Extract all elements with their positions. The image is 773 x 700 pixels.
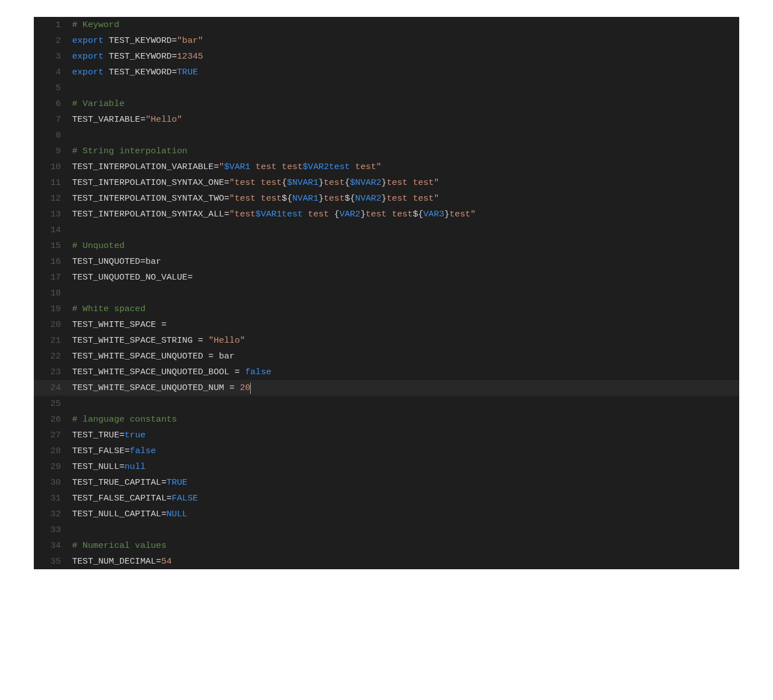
token-string: test" xyxy=(450,209,476,219)
line-number: 13 xyxy=(34,206,72,222)
code-content[interactable]: TEST_UNQUOTED_NO_VALUE= xyxy=(72,269,739,285)
code-line[interactable]: 34# Numerical values xyxy=(34,538,739,553)
code-line[interactable]: 33 xyxy=(34,522,739,538)
code-line[interactable]: 2export TEST_KEYWORD="bar" xyxy=(34,33,739,48)
code-line[interactable]: 1# Keyword xyxy=(34,17,739,33)
code-content[interactable]: TEST_NULL=null xyxy=(72,459,739,475)
code-editor[interactable]: 1# Keyword2export TEST_KEYWORD="bar"3exp… xyxy=(34,17,739,569)
code-line[interactable]: 17TEST_UNQUOTED_NO_VALUE= xyxy=(34,269,739,285)
line-number: 3 xyxy=(34,48,72,64)
code-line[interactable]: 7TEST_VARIABLE="Hello" xyxy=(34,112,739,127)
code-content[interactable]: TEST_INTERPOLATION_SYNTAX_ONE="test test… xyxy=(72,175,739,190)
code-line[interactable]: 3export TEST_KEYWORD=12345 xyxy=(34,48,739,64)
code-line[interactable]: 12TEST_INTERPOLATION_SYNTAX_TWO="test te… xyxy=(34,190,739,206)
code-line[interactable]: 23TEST_WHITE_SPACE_UNQUOTED_BOOL = false xyxy=(34,364,739,380)
code-content[interactable]: TEST_INTERPOLATION_SYNTAX_TWO="test test… xyxy=(72,190,739,206)
code-content[interactable]: TEST_TRUE_CAPITAL=TRUE xyxy=(72,475,739,490)
token-comment: # Variable xyxy=(72,99,125,109)
code-line[interactable]: 8 xyxy=(34,127,739,143)
code-content[interactable]: # language constants xyxy=(72,411,739,427)
code-line[interactable]: 21TEST_WHITE_SPACE_STRING = "Hello" xyxy=(34,333,739,348)
code-line[interactable]: 31TEST_FALSE_CAPITAL=FALSE xyxy=(34,490,739,506)
code-content[interactable]: TEST_NUM_DECIMAL=54 xyxy=(72,553,739,569)
code-content[interactable]: export TEST_KEYWORD=12345 xyxy=(72,48,739,64)
token-comment: # Unquoted xyxy=(72,241,125,251)
line-number: 9 xyxy=(34,143,72,159)
code-content[interactable] xyxy=(72,285,739,301)
token-plain: TEST_INTERPOLATION_SYNTAX_TWO xyxy=(72,193,224,203)
token-number: 20 xyxy=(240,383,251,393)
code-content[interactable] xyxy=(72,127,739,143)
code-content[interactable]: export TEST_KEYWORD="bar" xyxy=(72,33,739,48)
code-line[interactable]: 6# Variable xyxy=(34,96,739,112)
code-content[interactable]: TEST_WHITE_SPACE_STRING = "Hello" xyxy=(72,333,739,348)
code-line[interactable]: 35TEST_NUM_DECIMAL=54 xyxy=(34,553,739,569)
token-string: test xyxy=(324,193,345,203)
code-line[interactable]: 29TEST_NULL=null xyxy=(34,459,739,475)
code-line[interactable]: 13TEST_INTERPOLATION_SYNTAX_ALL="test$VA… xyxy=(34,206,739,222)
code-content[interactable]: TEST_UNQUOTED=bar xyxy=(72,254,739,269)
token-plain: TEST_WHITE_SPACE_UNQUOTED_NUM xyxy=(72,383,229,393)
token-plain: ${ xyxy=(345,193,356,203)
code-content[interactable] xyxy=(72,396,739,411)
token-equals: = xyxy=(208,351,214,361)
code-line[interactable]: 4export TEST_KEYWORD=TRUE xyxy=(34,64,739,80)
token-plain: } xyxy=(318,193,323,203)
line-number: 33 xyxy=(34,522,72,538)
token-string: test xyxy=(324,178,345,188)
code-content[interactable]: TEST_INTERPOLATION_VARIABLE="$VAR1 test … xyxy=(72,159,739,175)
code-line[interactable]: 18 xyxy=(34,285,739,301)
code-content[interactable]: # Unquoted xyxy=(72,238,739,254)
code-content[interactable]: TEST_FALSE_CAPITAL=FALSE xyxy=(72,490,739,506)
code-line[interactable]: 14 xyxy=(34,222,739,238)
code-line[interactable]: 32TEST_NULL_CAPITAL=NULL xyxy=(34,506,739,522)
code-line[interactable]: 24TEST_WHITE_SPACE_UNQUOTED_NUM = 20 xyxy=(34,380,739,396)
code-line[interactable]: 20TEST_WHITE_SPACE = xyxy=(34,317,739,333)
code-line[interactable]: 26# language constants xyxy=(34,411,739,427)
token-plain: } xyxy=(445,209,450,219)
code-line[interactable]: 9# String interpolation xyxy=(34,143,739,159)
token-equals: = xyxy=(119,430,125,440)
code-content[interactable]: TEST_WHITE_SPACE = xyxy=(72,317,739,333)
code-content[interactable]: # String interpolation xyxy=(72,143,739,159)
code-line[interactable]: 10TEST_INTERPOLATION_VARIABLE="$VAR1 tes… xyxy=(34,159,739,175)
code-content[interactable] xyxy=(72,522,739,538)
code-content[interactable]: # White spaced xyxy=(72,301,739,317)
token-plain: } xyxy=(361,209,366,219)
code-line[interactable]: 30TEST_TRUE_CAPITAL=TRUE xyxy=(34,475,739,490)
code-line[interactable]: 19# White spaced xyxy=(34,301,739,317)
code-line[interactable]: 15# Unquoted xyxy=(34,238,739,254)
code-content[interactable]: TEST_FALSE=false xyxy=(72,443,739,459)
line-number: 7 xyxy=(34,112,72,127)
code-content[interactable]: TEST_WHITE_SPACE_UNQUOTED_NUM = 20 xyxy=(72,380,739,396)
token-equals: = xyxy=(188,272,193,282)
code-content[interactable]: export TEST_KEYWORD=TRUE xyxy=(72,64,739,80)
code-content[interactable]: # Numerical values xyxy=(72,538,739,553)
code-line[interactable]: 28TEST_FALSE=false xyxy=(34,443,739,459)
code-content[interactable]: TEST_WHITE_SPACE_UNQUOTED_BOOL = false xyxy=(72,364,739,380)
token-bool: false xyxy=(130,446,156,456)
line-number: 5 xyxy=(34,80,72,96)
code-content[interactable]: # Variable xyxy=(72,96,739,112)
code-line[interactable]: 25 xyxy=(34,396,739,411)
code-line[interactable]: 16TEST_UNQUOTED=bar xyxy=(34,254,739,269)
token-equals: = xyxy=(198,335,203,345)
code-content[interactable]: TEST_VARIABLE="Hello" xyxy=(72,112,739,127)
code-content[interactable]: # Keyword xyxy=(72,17,739,33)
code-content[interactable] xyxy=(72,80,739,96)
code-line[interactable]: 11TEST_INTERPOLATION_SYNTAX_ONE="test te… xyxy=(34,175,739,190)
code-content[interactable]: TEST_NULL_CAPITAL=NULL xyxy=(72,506,739,522)
code-content[interactable]: TEST_INTERPOLATION_SYNTAX_ALL="test$VAR1… xyxy=(72,206,739,222)
code-content[interactable]: TEST_TRUE=true xyxy=(72,427,739,443)
token-var: $NVAR2 xyxy=(350,178,381,188)
code-line[interactable]: 27TEST_TRUE=true xyxy=(34,427,739,443)
code-line[interactable]: 5 xyxy=(34,80,739,96)
token-plain: TEST_FALSE_CAPITAL xyxy=(72,493,166,503)
code-content[interactable] xyxy=(72,222,739,238)
line-number: 14 xyxy=(34,222,72,238)
token-string: "test xyxy=(229,209,256,219)
code-line[interactable]: 22TEST_WHITE_SPACE_UNQUOTED = bar xyxy=(34,348,739,364)
token-equals: = xyxy=(234,367,239,377)
code-content[interactable]: TEST_WHITE_SPACE_UNQUOTED = bar xyxy=(72,348,739,364)
token-var: $NVAR1 xyxy=(287,178,318,188)
